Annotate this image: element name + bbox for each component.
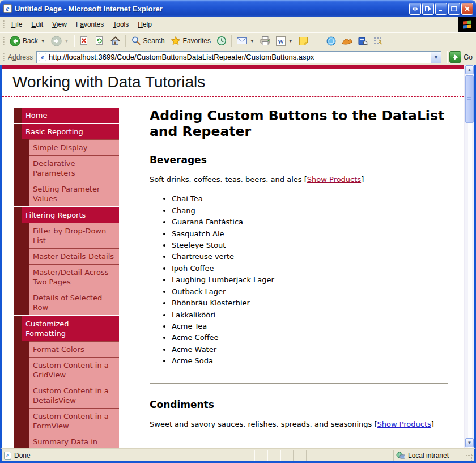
research-button[interactable]: [355, 35, 371, 48]
menu-item[interactable]: Favorites: [71, 18, 108, 31]
search-button[interactable]: Search: [128, 34, 168, 48]
go-label[interactable]: Go: [464, 53, 473, 61]
toolbar-grip[interactable]: [2, 36, 5, 46]
messenger-button[interactable]: [324, 35, 339, 48]
search-icon: [131, 36, 141, 46]
forward-button[interactable]: ▼: [48, 34, 72, 48]
content-section: Condiments Sweet and savory sauces, reli…: [150, 399, 448, 428]
scroll-down-button[interactable]: ▼: [465, 438, 474, 447]
go-button[interactable]: [449, 51, 461, 63]
sidebar-subitem[interactable]: Custom Content in a DetailsView: [29, 383, 119, 408]
word-icon: W: [276, 36, 286, 46]
article-title: Adding Custom Buttons to the DataList an…: [150, 108, 448, 139]
zone-text: Local intranet: [408, 452, 449, 460]
window-border-bottom: [0, 461, 476, 463]
minimize-button[interactable]: [435, 3, 447, 15]
product-item: Chang: [172, 205, 448, 216]
notes-button[interactable]: [296, 35, 311, 48]
product-item: Chai Tea: [172, 193, 448, 205]
product-item: Laughing Lumberjack Lager: [172, 274, 448, 286]
status-bar: e Done Local intranet: [0, 448, 476, 461]
sticky-note-icon: [299, 36, 308, 46]
mail-button[interactable]: ▼: [234, 35, 257, 46]
mail-dropdown-icon[interactable]: ▼: [250, 39, 254, 44]
favorites-button[interactable]: Favorites: [168, 34, 214, 48]
browser-viewport: Working with Data Tutorials Home Basic R…: [0, 65, 476, 448]
resize-grip[interactable]: [466, 453, 474, 461]
show-products-link[interactable]: Show Products: [307, 175, 361, 184]
mail-icon: [237, 37, 247, 45]
menu-item[interactable]: File: [7, 18, 27, 31]
sidebar-item[interactable]: Filtering Reports: [22, 207, 119, 223]
product-item: Rhönbräu Klosterbier: [172, 298, 448, 309]
home-icon: [110, 36, 121, 46]
status-page-icon: e: [4, 452, 11, 460]
refresh-button[interactable]: [92, 34, 107, 48]
msn-swoosh-icon: [342, 37, 352, 45]
sidebar-subitem[interactable]: Master/Detail Across Two Pages: [29, 264, 119, 290]
address-dropdown-button[interactable]: ▼: [431, 52, 441, 63]
sidebar-subitem[interactable]: Declarative Parameters: [29, 155, 119, 181]
pixel-grid-icon: [373, 36, 383, 46]
status-message-pane: e Done: [2, 450, 254, 461]
address-bar-grip[interactable]: [2, 52, 5, 62]
product-item: Guaraná Fantástica: [172, 216, 448, 228]
sidebar-subitem[interactable]: Format Colors: [29, 341, 119, 357]
menu-bar-grip[interactable]: [2, 19, 5, 29]
go-arrow-icon: [452, 54, 458, 60]
back-dropdown-icon[interactable]: ▼: [41, 39, 45, 44]
address-bar: Address e http://localhost:3699/Code/Cus…: [0, 49, 476, 65]
product-list: Chai TeaChangGuaraná FantásticaSasquatch…: [150, 193, 448, 367]
edit-dropdown-icon[interactable]: ▼: [288, 39, 293, 44]
edit-with-word-button[interactable]: W ▼: [273, 35, 296, 48]
forward-dropdown-icon[interactable]: ▼: [65, 39, 69, 44]
msn-button[interactable]: [339, 35, 355, 47]
menu-item[interactable]: Edit: [27, 18, 48, 31]
stop-button[interactable]: [76, 34, 92, 48]
scrollbar-thumb[interactable]: [465, 75, 474, 123]
address-input[interactable]: e http://localhost:3699/Code/CustomButto…: [36, 51, 441, 63]
local-intranet-icon: [396, 452, 405, 460]
product-item: Outback Lager: [172, 286, 448, 298]
status-text: Done: [14, 452, 31, 460]
sidebar-subitem[interactable]: Setting Parameter Values: [29, 181, 119, 206]
sidebar-subitem[interactable]: Custom Content in a FormView: [29, 408, 119, 434]
maximize-button[interactable]: [448, 3, 460, 15]
disconnect-button[interactable]: [422, 3, 434, 15]
product-item: Steeleye Stout: [172, 240, 448, 251]
security-zone-pane: Local intranet: [394, 450, 466, 461]
product-item: Sasquatch Ale: [172, 228, 448, 240]
sidebar-subitem[interactable]: Simple Display: [29, 139, 119, 155]
sidebar-subitem[interactable]: Filter by Drop-Down List: [29, 223, 119, 248]
show-products-link[interactable]: Show Products: [377, 420, 431, 428]
sidebar-subitem[interactable]: Custom Content in a GridView: [29, 357, 119, 383]
sidebar-item[interactable]: Home: [22, 108, 119, 123]
address-url: http://localhost:3699/Code/CustomButtons…: [49, 53, 431, 61]
sidebar-subitem[interactable]: Details of Selected Row: [29, 290, 119, 315]
blue-globe-icon: [326, 36, 336, 46]
section-heading: Beverages: [150, 154, 448, 165]
history-button[interactable]: [214, 34, 230, 48]
pixel-grid-button[interactable]: [371, 35, 386, 48]
print-button[interactable]: [257, 35, 273, 47]
home-button[interactable]: [107, 34, 124, 48]
pan-arrows-button[interactable]: [409, 3, 421, 15]
browser-window: e Untitled Page - Microsoft Internet Exp…: [0, 0, 476, 463]
back-button[interactable]: Back▼: [7, 34, 48, 48]
sidebar-menu: Home Basic Reporting Simple DisplayDecla…: [14, 108, 119, 448]
history-icon: [216, 36, 227, 46]
menu-item[interactable]: View: [48, 18, 71, 31]
product-item: Acme Water: [172, 344, 448, 355]
menu-item[interactable]: Tools: [108, 18, 133, 31]
page-icon: e: [39, 53, 46, 61]
vertical-scrollbar[interactable]: ▲ ▼: [464, 65, 474, 448]
menu-item[interactable]: Help: [133, 18, 156, 31]
sidebar-subitem[interactable]: Summary Data in Footer: [29, 434, 119, 448]
close-button[interactable]: [461, 3, 473, 15]
sidebar-subitem[interactable]: Master-Details-Details: [29, 248, 119, 264]
sidebar-item[interactable]: Basic Reporting: [22, 124, 119, 139]
sidebar-item[interactable]: Customized Formatting: [22, 316, 119, 341]
product-item: Lakkalikööri: [172, 309, 448, 321]
scroll-up-button[interactable]: ▲: [465, 65, 474, 74]
window-title: Untitled Page - Microsoft Internet Explo…: [15, 5, 408, 13]
